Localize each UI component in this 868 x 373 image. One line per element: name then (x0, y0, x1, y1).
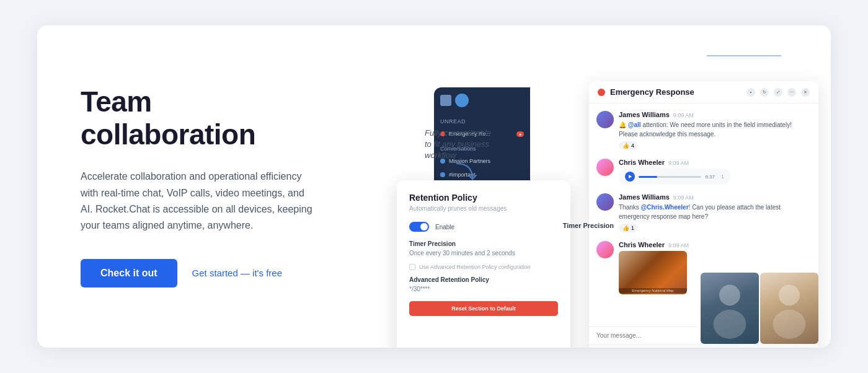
check-it-out-button[interactable]: Check it out (81, 259, 177, 287)
retention-policy-panel: Retention Policy Automatically prunes ol… (397, 180, 570, 348)
message-text-3: Thanks @Chris.Wheeler! Can you please at… (619, 203, 811, 221)
cta-row: Check it out Get started — it's free (81, 259, 322, 287)
message-time-2: 9:09 AM (668, 160, 689, 166)
video-overlay (701, 273, 818, 344)
message-name-4: Chris Wheeler (619, 241, 665, 248)
chat-panel: Emergency Response ⚬ ↻ ⤢ ⋯ ✕ (589, 81, 818, 348)
message-header-3: James Williams 9:09 AM (619, 193, 811, 201)
retention-subtitle: Automatically prunes old messages (409, 205, 558, 212)
sidebar-avatar (455, 94, 469, 107)
sidebar-dot-blue2 (440, 172, 445, 177)
message-text-1: 🔔 @all attention: We need more units in … (619, 120, 811, 139)
message-reaction-1[interactable]: 👍 4 (619, 141, 638, 150)
page-wrapper: Team collaboration Accelerate collaborat… (0, 0, 868, 373)
retention-toggle-row: Enable Timer Precision (409, 222, 558, 232)
sidebar-logo-icon (440, 95, 451, 106)
message-time-1: 9:09 AM (673, 112, 694, 118)
message-header-4: Chris Wheeler 9:09 AM (619, 241, 811, 248)
timer-precision-label: Timer Precision (409, 240, 558, 247)
svg-point-1 (714, 310, 746, 339)
chat-input[interactable] (596, 332, 690, 339)
svg-point-0 (719, 284, 740, 305)
secure-video-bar: Secure video 🎤 📷 ✕ (589, 344, 818, 348)
avatar-chris-2 (596, 241, 614, 258)
toggle-label: Enable (435, 224, 454, 230)
advanced-policy-label: Advanced Retention Policy (409, 276, 558, 283)
chat-header: Emergency Response ⚬ ↻ ⤢ ⋯ ✕ (589, 81, 818, 103)
audio-player[interactable]: 6:37 1 (619, 169, 730, 185)
message-name-2: Chris Wheeler (619, 159, 665, 166)
message-content-2: Chris Wheeler 9:09 AM 6:37 1 (619, 159, 811, 185)
message-image-4 (619, 251, 687, 294)
sidebar-badge: ● (516, 131, 524, 137)
main-card: Team collaboration Accelerate collaborat… (37, 25, 831, 348)
sidebar-item-important[interactable]: #important (434, 168, 530, 182)
message-content-1: James Williams 9:09 AM 🔔 @all attention:… (619, 111, 811, 150)
svg-point-3 (773, 310, 806, 339)
chat-header-actions: ⚬ ↻ ⤢ ⋯ ✕ (746, 88, 810, 97)
message-name-1: James Williams (619, 111, 670, 118)
message-header-1: James Williams 9:09 AM (619, 111, 811, 118)
page-title: Team collaboration (81, 86, 322, 151)
message-reaction-3[interactable]: 👍 1 (619, 224, 638, 232)
message-time-4: 9:09 AM (668, 242, 689, 248)
audio-progress-bar (639, 176, 701, 178)
person-silhouette-1 (701, 273, 759, 344)
message-content-3: James Williams 9:09 AM Thanks @Chris.Whe… (619, 193, 811, 232)
avatar-james-2 (596, 193, 614, 211)
advanced-policy-checkbox[interactable] (409, 264, 415, 270)
get-started-link[interactable]: Get started — it's free (192, 268, 282, 278)
reset-section-button[interactable]: Reset Section to Default (409, 301, 558, 316)
chat-action-icon-3[interactable]: ⤢ (774, 88, 782, 97)
advanced-policy-row: Use Advanced Retention Policy configurat… (409, 264, 558, 270)
chat-action-icon-4[interactable]: ⋯ (787, 88, 796, 97)
avatar-james-1 (596, 111, 614, 128)
sidebar-header (434, 87, 530, 113)
timer-precision-value: Once every 30 minutes and 2 seconds (409, 250, 558, 257)
chat-action-icon-5[interactable]: ✕ (801, 88, 810, 97)
advanced-policy-checkbox-label: Use Advanced Retention Policy configurat… (419, 264, 531, 270)
chat-input-area (589, 327, 698, 344)
page-description: Accelerate collaboration and operational… (81, 169, 316, 234)
message-time-3: 9:09 AM (673, 195, 694, 201)
audio-reaction-count: 1 (721, 173, 724, 180)
left-content: Team collaboration Accelerate collaborat… (37, 48, 360, 324)
advanced-policy-value: */30**** (409, 286, 558, 292)
video-tile-person-1 (701, 273, 759, 344)
chat-message-2: Chris Wheeler 9:09 AM 6:37 1 (596, 159, 811, 185)
chat-title: Emergency Response (610, 87, 742, 97)
sidebar-unread-label: Unread (434, 113, 530, 127)
video-tile-person-2 (760, 273, 818, 344)
emergency-icon (598, 89, 605, 96)
message-header-2: Chris Wheeler 9:09 AM (619, 159, 811, 166)
message-name-3: James Williams (619, 193, 670, 201)
chat-action-icon-1[interactable]: ⚬ (746, 88, 755, 97)
retention-toggle[interactable] (409, 222, 429, 232)
chat-message-3: James Williams 9:09 AM Thanks @Chris.Whe… (596, 193, 811, 232)
timer-precision-badge: Timer Precision (563, 222, 614, 229)
curved-arrow-icon (454, 160, 479, 185)
svg-point-2 (779, 284, 800, 305)
customizable-label: Fully customizableto fit any businesswor… (425, 128, 491, 162)
person-silhouette-2 (760, 273, 818, 344)
play-button[interactable] (625, 172, 635, 182)
retention-title: Retention Policy (409, 193, 558, 203)
right-visuals: Fully customizableto fit any businesswor… (360, 25, 831, 348)
avatar-chris-1 (596, 159, 614, 176)
chat-action-icon-2[interactable]: ↻ (760, 88, 769, 97)
audio-duration: 6:37 (705, 174, 715, 180)
chat-message-1: James Williams 9:09 AM 🔔 @all attention:… (596, 111, 811, 150)
